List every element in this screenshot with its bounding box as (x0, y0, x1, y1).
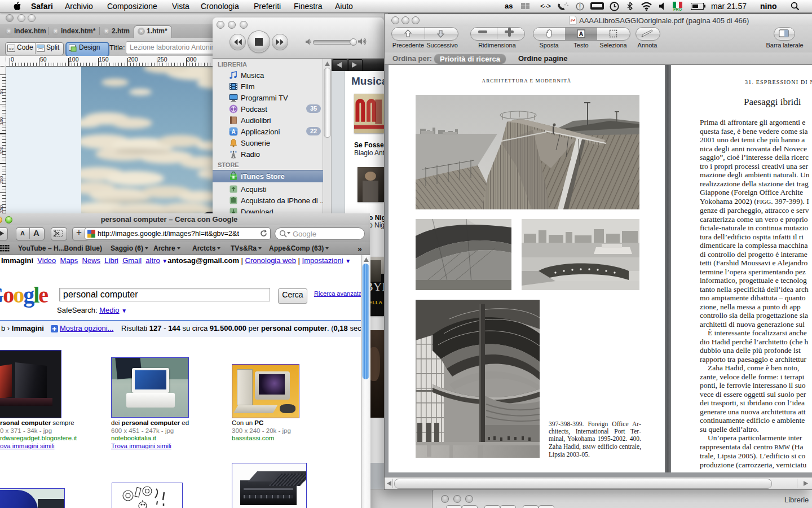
svg-text:A: A (231, 129, 235, 135)
svg-text:<>: <> (8, 46, 14, 51)
svg-text:!: ! (579, 3, 581, 10)
svg-text:A: A (579, 30, 584, 37)
